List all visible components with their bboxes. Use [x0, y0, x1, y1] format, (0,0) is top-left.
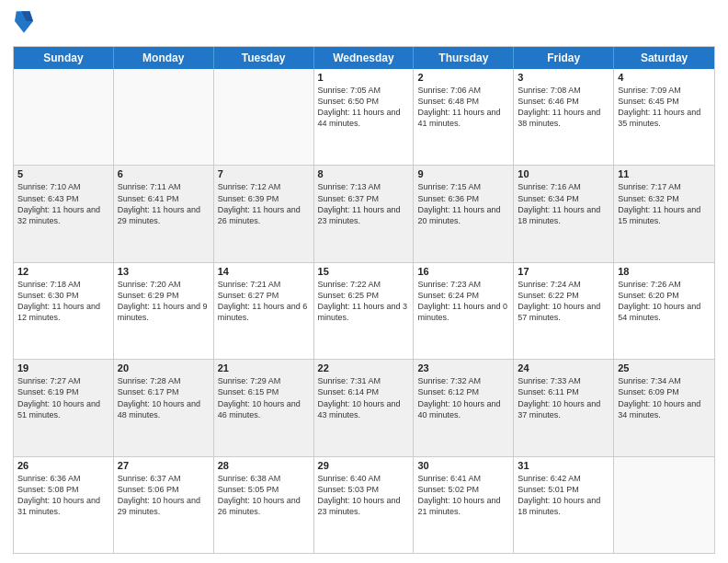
day-header-saturday: Saturday [614, 47, 714, 69]
cal-cell: 27Sunrise: 6:37 AM Sunset: 5:06 PM Dayli… [114, 457, 214, 553]
cal-cell: 18Sunrise: 7:26 AM Sunset: 6:20 PM Dayli… [614, 263, 714, 359]
day-number: 19 [17, 362, 109, 373]
cal-cell: 25Sunrise: 7:34 AM Sunset: 6:09 PM Dayli… [614, 360, 714, 455]
cell-info: Sunrise: 7:13 AM Sunset: 6:37 PM Dayligh… [318, 181, 410, 226]
day-number: 28 [218, 460, 310, 471]
day-number: 27 [118, 460, 210, 471]
day-number: 18 [618, 266, 711, 277]
cal-cell: 23Sunrise: 7:32 AM Sunset: 6:12 PM Dayli… [414, 360, 514, 455]
day-header-friday: Friday [514, 47, 614, 69]
day-number: 29 [318, 460, 410, 471]
cell-info: Sunrise: 7:09 AM Sunset: 6:45 PM Dayligh… [618, 85, 711, 130]
cal-cell: 16Sunrise: 7:23 AM Sunset: 6:24 PM Dayli… [414, 263, 514, 359]
cell-info: Sunrise: 7:22 AM Sunset: 6:25 PM Dayligh… [318, 279, 410, 324]
cell-info: Sunrise: 6:37 AM Sunset: 5:06 PM Dayligh… [118, 473, 210, 518]
calendar-header: SundayMondayTuesdayWednesdayThursdayFrid… [14, 47, 714, 69]
cal-cell: 10Sunrise: 7:16 AM Sunset: 6:34 PM Dayli… [514, 166, 614, 261]
day-number: 30 [417, 460, 509, 471]
day-number: 6 [118, 168, 210, 179]
week-row-4: 19Sunrise: 7:27 AM Sunset: 6:19 PM Dayli… [14, 360, 714, 456]
day-number: 2 [417, 72, 509, 83]
day-number: 5 [17, 168, 109, 179]
day-header-sunday: Sunday [14, 47, 114, 69]
day-number: 7 [218, 168, 310, 179]
header [13, 9, 715, 39]
cell-info: Sunrise: 7:29 AM Sunset: 6:15 PM Dayligh… [218, 375, 310, 420]
day-number: 3 [518, 72, 609, 83]
cell-info: Sunrise: 7:08 AM Sunset: 6:46 PM Dayligh… [518, 85, 609, 130]
day-number: 14 [218, 266, 310, 277]
cell-info: Sunrise: 7:05 AM Sunset: 6:50 PM Dayligh… [318, 85, 410, 130]
day-header-tuesday: Tuesday [214, 47, 314, 69]
day-header-thursday: Thursday [414, 47, 514, 69]
cell-info: Sunrise: 6:42 AM Sunset: 5:01 PM Dayligh… [518, 473, 609, 518]
cal-cell: 26Sunrise: 6:36 AM Sunset: 5:08 PM Dayli… [14, 457, 114, 553]
cal-cell [214, 69, 314, 165]
cell-info: Sunrise: 7:15 AM Sunset: 6:36 PM Dayligh… [417, 181, 509, 226]
cell-info: Sunrise: 7:10 AM Sunset: 6:43 PM Dayligh… [17, 181, 109, 226]
week-row-1: 1Sunrise: 7:05 AM Sunset: 6:50 PM Daylig… [14, 69, 714, 166]
day-number: 9 [417, 168, 509, 179]
cell-info: Sunrise: 7:21 AM Sunset: 6:27 PM Dayligh… [218, 279, 310, 324]
cell-info: Sunrise: 7:28 AM Sunset: 6:17 PM Dayligh… [118, 375, 210, 420]
cal-cell: 19Sunrise: 7:27 AM Sunset: 6:19 PM Dayli… [14, 360, 114, 455]
day-number: 11 [618, 168, 711, 179]
day-number: 8 [318, 168, 410, 179]
cal-cell: 30Sunrise: 6:41 AM Sunset: 5:02 PM Dayli… [414, 457, 514, 553]
day-number: 21 [218, 362, 310, 373]
cal-cell: 20Sunrise: 7:28 AM Sunset: 6:17 PM Dayli… [114, 360, 214, 455]
cal-cell: 21Sunrise: 7:29 AM Sunset: 6:15 PM Dayli… [214, 360, 314, 455]
cal-cell: 1Sunrise: 7:05 AM Sunset: 6:50 PM Daylig… [314, 69, 415, 165]
day-number: 10 [518, 168, 609, 179]
day-number: 16 [417, 266, 509, 277]
day-header-wednesday: Wednesday [314, 47, 415, 69]
cal-cell [114, 69, 214, 165]
day-number: 4 [618, 72, 711, 83]
day-number: 17 [518, 266, 609, 277]
logo-icon [15, 9, 33, 35]
cell-info: Sunrise: 6:38 AM Sunset: 5:05 PM Dayligh… [218, 473, 310, 518]
cal-cell: 29Sunrise: 6:40 AM Sunset: 5:03 PM Dayli… [314, 457, 415, 553]
calendar: SundayMondayTuesdayWednesdayThursdayFrid… [13, 46, 715, 554]
cal-cell: 7Sunrise: 7:12 AM Sunset: 6:39 PM Daylig… [214, 166, 314, 261]
cell-info: Sunrise: 7:18 AM Sunset: 6:30 PM Dayligh… [17, 279, 109, 324]
page: SundayMondayTuesdayWednesdayThursdayFrid… [0, 0, 728, 563]
cal-cell: 31Sunrise: 6:42 AM Sunset: 5:01 PM Dayli… [514, 457, 614, 553]
cal-cell: 6Sunrise: 7:11 AM Sunset: 6:41 PM Daylig… [114, 166, 214, 261]
day-number: 22 [318, 362, 410, 373]
cal-cell: 9Sunrise: 7:15 AM Sunset: 6:36 PM Daylig… [414, 166, 514, 261]
cell-info: Sunrise: 7:17 AM Sunset: 6:32 PM Dayligh… [618, 181, 711, 226]
cal-cell: 5Sunrise: 7:10 AM Sunset: 6:43 PM Daylig… [14, 166, 114, 261]
day-number: 12 [17, 266, 109, 277]
cal-cell: 14Sunrise: 7:21 AM Sunset: 6:27 PM Dayli… [214, 263, 314, 359]
day-number: 20 [118, 362, 210, 373]
day-number: 24 [518, 362, 609, 373]
week-row-2: 5Sunrise: 7:10 AM Sunset: 6:43 PM Daylig… [14, 166, 714, 262]
day-number: 26 [17, 460, 109, 471]
cal-cell: 4Sunrise: 7:09 AM Sunset: 6:45 PM Daylig… [614, 69, 714, 165]
cell-info: Sunrise: 6:36 AM Sunset: 5:08 PM Dayligh… [17, 473, 109, 518]
cell-info: Sunrise: 7:32 AM Sunset: 6:12 PM Dayligh… [417, 375, 509, 420]
cell-info: Sunrise: 7:26 AM Sunset: 6:20 PM Dayligh… [618, 279, 711, 324]
cell-info: Sunrise: 7:33 AM Sunset: 6:11 PM Dayligh… [518, 375, 609, 420]
cal-cell: 13Sunrise: 7:20 AM Sunset: 6:29 PM Dayli… [114, 263, 214, 359]
day-number: 13 [118, 266, 210, 277]
cell-info: Sunrise: 7:31 AM Sunset: 6:14 PM Dayligh… [318, 375, 410, 420]
cal-cell [614, 457, 714, 553]
cal-cell: 3Sunrise: 7:08 AM Sunset: 6:46 PM Daylig… [514, 69, 614, 165]
cell-info: Sunrise: 7:24 AM Sunset: 6:22 PM Dayligh… [518, 279, 609, 324]
cal-cell: 28Sunrise: 6:38 AM Sunset: 5:05 PM Dayli… [214, 457, 314, 553]
day-number: 23 [417, 362, 509, 373]
cal-cell: 17Sunrise: 7:24 AM Sunset: 6:22 PM Dayli… [514, 263, 614, 359]
cell-info: Sunrise: 6:41 AM Sunset: 5:02 PM Dayligh… [417, 473, 509, 518]
day-number: 1 [318, 72, 410, 83]
cal-cell: 11Sunrise: 7:17 AM Sunset: 6:32 PM Dayli… [614, 166, 714, 261]
week-row-3: 12Sunrise: 7:18 AM Sunset: 6:30 PM Dayli… [14, 263, 714, 360]
day-number: 25 [618, 362, 711, 373]
cal-cell: 22Sunrise: 7:31 AM Sunset: 6:14 PM Dayli… [314, 360, 415, 455]
week-row-5: 26Sunrise: 6:36 AM Sunset: 5:08 PM Dayli… [14, 457, 714, 553]
cal-cell [14, 69, 114, 165]
day-number: 15 [318, 266, 410, 277]
cell-info: Sunrise: 7:34 AM Sunset: 6:09 PM Dayligh… [618, 375, 711, 420]
cell-info: Sunrise: 7:06 AM Sunset: 6:48 PM Dayligh… [417, 85, 509, 130]
